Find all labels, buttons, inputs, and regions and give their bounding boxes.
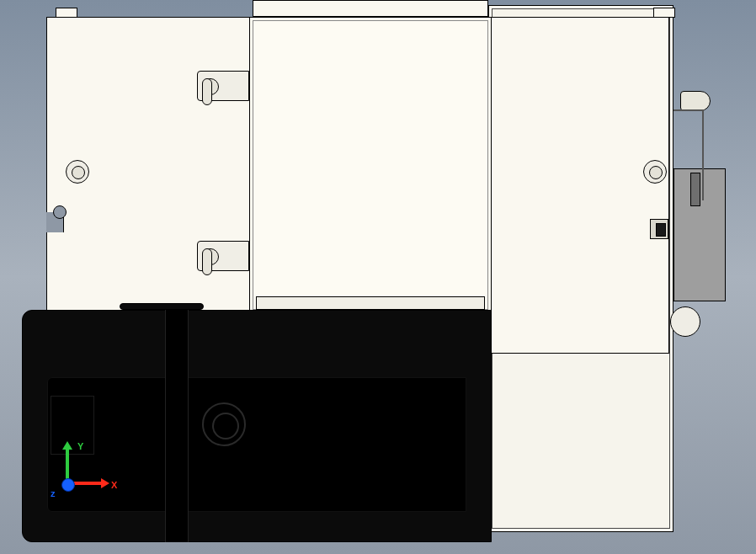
motor-inset	[47, 377, 466, 512]
standoff-bottom-left	[197, 241, 249, 271]
x-axis-label: X	[111, 480, 117, 490]
cad-viewport[interactable]: Y X z	[0, 0, 756, 554]
y-axis-label: Y	[77, 441, 83, 451]
x-arrow-icon	[101, 478, 109, 488]
right-notch	[650, 219, 668, 239]
left-bolt-icon	[66, 160, 89, 184]
motor-top-rib	[120, 303, 204, 310]
left-notch	[46, 212, 64, 232]
top-left-tab	[56, 8, 77, 18]
top-center-raised	[253, 0, 488, 17]
standoff-slot-icon	[202, 78, 212, 105]
top-right-bracket	[673, 109, 704, 200]
y-arrow-icon	[62, 441, 72, 450]
z-axis-label: z	[51, 488, 56, 498]
center-plate-inner	[253, 20, 488, 310]
standoff-top-left	[197, 71, 249, 101]
motor-circle-icon	[202, 402, 246, 446]
z-axis-icon	[61, 478, 75, 492]
top-right-cylinder	[680, 91, 711, 111]
motor-vertical-rib	[165, 310, 189, 542]
orientation-triad[interactable]: Y X z	[34, 445, 93, 503]
right-round-boss	[670, 306, 700, 337]
right-bolt-icon	[643, 160, 667, 184]
center-bottom-slot	[256, 296, 485, 310]
standoff-slot-icon	[202, 248, 212, 275]
top-right-tab	[653, 8, 675, 18]
